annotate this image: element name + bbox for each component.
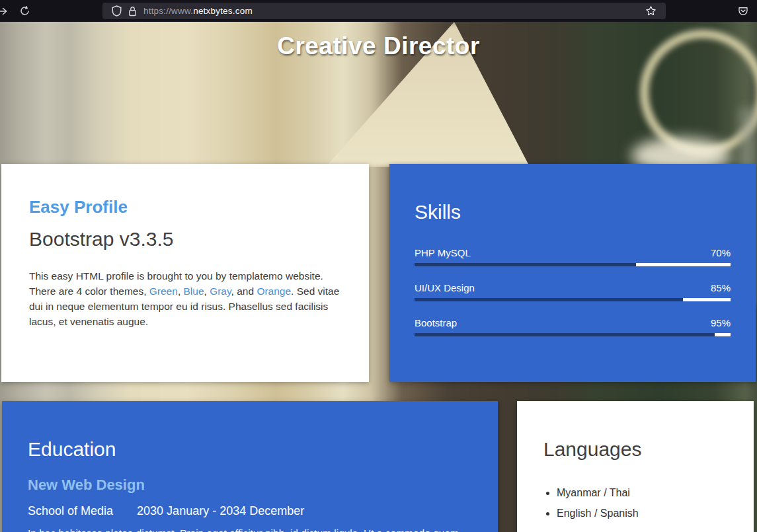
- education-school: School of Media: [28, 504, 113, 518]
- description-text: , and: [231, 285, 257, 297]
- forward-arrow-icon: [0, 5, 8, 17]
- skills-title: Skills: [415, 201, 731, 223]
- skill-labels: UI/UX Design85%: [415, 282, 731, 293]
- skill-progress-track: [415, 298, 731, 301]
- skill-row: UI/UX Design85%: [415, 282, 731, 301]
- language-item: English / Spanish: [557, 508, 727, 519]
- skill-progress-track: [415, 333, 731, 336]
- education-degree: New Web Design: [28, 476, 472, 494]
- theme-link-orange[interactable]: Orange: [257, 285, 291, 297]
- skills-list: PHP MySQL70%UI/UX Design85%Bootstrap95%: [415, 247, 731, 336]
- reload-button[interactable]: [17, 0, 32, 22]
- url-scheme: https://www.: [143, 6, 193, 16]
- theme-link-gray[interactable]: Gray: [210, 285, 231, 297]
- forward-button[interactable]: [0, 0, 10, 22]
- profile-card: Easy Profile Bootstrap v3.3.5 This easy …: [1, 164, 369, 382]
- education-detail-row: School of Media 2030 January - 2034 Dece…: [28, 504, 472, 518]
- profile-subheading: Bootstrap v3.3.5: [29, 228, 341, 250]
- skill-percent: 70%: [711, 247, 731, 258]
- language-item: Myanmar / Thai: [557, 487, 727, 499]
- education-description-clipped: In hac habitasse platea dictumst. Proin …: [28, 526, 472, 532]
- reload-icon: [19, 5, 30, 17]
- skill-percent: 85%: [711, 282, 731, 293]
- education-card: Education New Web Design School of Media…: [2, 401, 498, 532]
- skill-row: Bootstrap95%: [415, 317, 731, 336]
- skill-progress-fill: [415, 263, 636, 266]
- skills-card: Skills PHP MySQL70%UI/UX Design85%Bootst…: [389, 164, 756, 382]
- skill-percent: 95%: [711, 317, 731, 328]
- page-title: Creative Director: [0, 32, 757, 60]
- theme-link-green[interactable]: Green: [149, 285, 178, 297]
- skill-labels: Bootstrap95%: [415, 317, 731, 328]
- skill-labels: PHP MySQL70%: [415, 247, 731, 258]
- education-title: Education: [28, 438, 472, 461]
- bookmark-star-button[interactable]: [642, 3, 659, 19]
- lock-icon[interactable]: [128, 6, 137, 17]
- webpage-viewport: Creative Director Easy Profile Bootstrap…: [0, 22, 757, 532]
- pocket-icon: [737, 5, 749, 17]
- languages-list: Myanmar / ThaiEnglish / Spanish: [543, 487, 727, 519]
- skill-name: PHP MySQL: [415, 247, 471, 258]
- star-icon: [645, 5, 657, 17]
- skill-progress-track: [415, 263, 731, 266]
- address-bar[interactable]: https://www.netxbytes.com: [102, 3, 666, 19]
- skill-name: UI/UX Design: [415, 282, 475, 293]
- skill-name: Bootstrap: [415, 317, 457, 328]
- description-text: ,: [204, 285, 210, 297]
- skill-progress-fill: [415, 333, 715, 336]
- profile-description: This easy HTML profile is brought to you…: [29, 268, 342, 329]
- skill-row: PHP MySQL70%: [415, 247, 731, 266]
- browser-toolbar: https://www.netxbytes.com: [0, 0, 757, 22]
- tracking-shield-icon[interactable]: [112, 5, 122, 17]
- languages-title: Languages: [543, 438, 727, 461]
- description-text: ,: [178, 285, 184, 297]
- skill-progress-fill: [415, 298, 683, 301]
- url-domain: netxbytes.com: [193, 6, 253, 16]
- education-period: 2030 January - 2034 December: [137, 504, 304, 518]
- url-text[interactable]: https://www.netxbytes.com: [143, 6, 253, 16]
- theme-link-blue[interactable]: Blue: [184, 285, 204, 297]
- languages-card: Languages Myanmar / ThaiEnglish / Spanis…: [517, 401, 754, 532]
- pocket-save-button[interactable]: [735, 0, 752, 22]
- profile-heading: Easy Profile: [29, 197, 341, 217]
